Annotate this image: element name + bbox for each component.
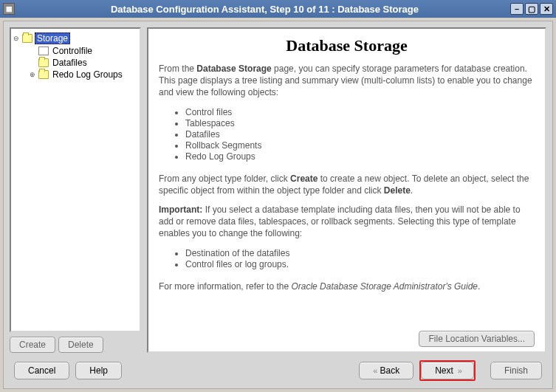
important-paragraph: Important: If you select a database temp… bbox=[159, 204, 535, 240]
cancel-button[interactable]: Cancel bbox=[14, 362, 69, 379]
next-highlight: Next » bbox=[419, 360, 476, 381]
doc-icon bbox=[38, 47, 49, 55]
tree-label: Storage bbox=[35, 32, 70, 44]
window-title: Database Configuration Assistant, Step 1… bbox=[19, 4, 510, 15]
list-item: Redo Log Groups bbox=[185, 151, 535, 162]
content-panel: Database Storage From the Database Stora… bbox=[147, 27, 546, 353]
window-buttons: – ▢ ✕ bbox=[510, 3, 553, 15]
help-button[interactable]: Help bbox=[75, 362, 122, 379]
back-button[interactable]: « Back bbox=[359, 362, 413, 379]
expand-icon[interactable]: ⊕ bbox=[29, 71, 36, 78]
wizard-navbar: Cancel Help « Back Next » Finish bbox=[10, 353, 546, 382]
tree-item-datafiles[interactable]: Datafiles bbox=[13, 57, 138, 69]
list-item: Tablespaces bbox=[185, 118, 535, 128]
spacer-icon bbox=[29, 47, 36, 55]
tree-label: Datafiles bbox=[51, 58, 89, 68]
template-list: Destination of the datafiles Control fil… bbox=[159, 247, 535, 270]
app-icon: ▦ bbox=[3, 3, 15, 15]
next-label: Next bbox=[435, 365, 453, 376]
tree-root-storage[interactable]: ⊖ Storage bbox=[13, 32, 138, 45]
tree-item-redo-log-groups[interactable]: ⊕ Redo Log Groups bbox=[13, 69, 138, 80]
list-item: Control files or log groups. bbox=[185, 259, 535, 269]
back-label: Back bbox=[380, 365, 399, 376]
more-info-paragraph: For more information, refer to the Oracl… bbox=[159, 281, 535, 292]
next-button[interactable]: Next » bbox=[421, 362, 474, 379]
page-heading: Database Storage bbox=[159, 36, 535, 55]
chevron-left-icon: « bbox=[373, 366, 375, 375]
create-delete-paragraph: From any object type folder, click Creat… bbox=[159, 173, 535, 196]
objects-list: Control files Tablespaces Datafiles Roll… bbox=[159, 106, 535, 162]
file-location-variables-button[interactable]: File Location Variables... bbox=[419, 331, 535, 347]
collapse-icon[interactable]: ⊖ bbox=[13, 35, 20, 42]
spacer-icon bbox=[29, 59, 36, 66]
create-button[interactable]: Create bbox=[10, 337, 55, 353]
delete-button[interactable]: Delete bbox=[58, 337, 103, 353]
close-button[interactable]: ✕ bbox=[540, 3, 553, 15]
storage-tree[interactable]: ⊖ Storage Controlfile Datafiles bbox=[10, 27, 141, 332]
list-item: Datafiles bbox=[185, 129, 535, 140]
finish-button[interactable]: Finish bbox=[490, 362, 542, 379]
list-item: Rollback Segments bbox=[185, 140, 535, 151]
minimize-button[interactable]: – bbox=[510, 3, 524, 15]
maximize-button[interactable]: ▢ bbox=[525, 3, 538, 15]
list-item: Control files bbox=[185, 107, 535, 117]
tree-item-controlfile[interactable]: Controlfile bbox=[13, 45, 138, 57]
chevron-right-icon: » bbox=[458, 366, 460, 375]
tree-label: Redo Log Groups bbox=[51, 69, 124, 80]
folder-icon bbox=[38, 70, 49, 79]
list-item: Destination of the datafiles bbox=[185, 248, 535, 258]
folder-icon bbox=[38, 58, 49, 67]
tree-label: Controlfile bbox=[51, 46, 94, 56]
intro-paragraph: From the Database Storage page, you can … bbox=[159, 63, 535, 99]
folder-icon bbox=[22, 34, 32, 43]
titlebar: ▦ Database Configuration Assistant, Step… bbox=[0, 0, 556, 18]
